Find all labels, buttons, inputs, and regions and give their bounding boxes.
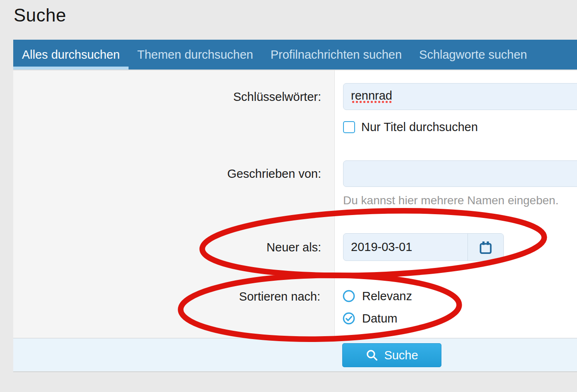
tab-search-everything[interactable]: Alles durchsuchen	[13, 40, 129, 69]
tab-search-threads[interactable]: Themen durchsuchen	[129, 40, 262, 69]
tab-search-profile-posts[interactable]: Profilnachrichten suchen	[262, 40, 410, 69]
form-footer: Suche	[13, 338, 577, 372]
tab-bar: Alles durchsuchen Themen durchsuchen Pro…	[13, 40, 577, 69]
newer-than-value[interactable]: 2019-03-01	[343, 234, 467, 261]
sort-option-relevance-label[interactable]: Relevanz	[362, 289, 412, 303]
newer-than-label: Neuer als:	[13, 240, 321, 255]
keywords-value: rennrad	[351, 90, 392, 104]
search-form: Schlüsselwörter: rennrad Nur Titel durch…	[13, 69, 577, 338]
search-submit-button[interactable]: Suche	[342, 343, 441, 367]
sort-option-date[interactable]	[342, 312, 355, 325]
title-only-label: Nur Titel durchsuchen	[361, 120, 478, 134]
tab-label: Profilnachrichten suchen	[270, 48, 402, 61]
newer-than-input[interactable]: 2019-03-01	[343, 233, 504, 261]
calendar-icon	[478, 240, 493, 255]
author-input[interactable]	[343, 160, 577, 187]
author-hint: Du kannst hier mehrere Namen eingeben.	[343, 194, 558, 207]
sort-option-date-label[interactable]: Datum	[362, 311, 397, 325]
tab-label: Themen durchsuchen	[137, 48, 253, 61]
calendar-button[interactable]	[467, 234, 503, 261]
tab-search-tags[interactable]: Schlagworte suchen	[410, 40, 536, 69]
page-header: Suche	[0, 0, 577, 40]
tab-label: Alles durchsuchen	[22, 48, 120, 61]
search-button-label: Suche	[384, 349, 418, 362]
title-only-checkbox[interactable]	[343, 121, 355, 133]
page-title: Suche	[14, 5, 66, 26]
radio-unchecked-icon[interactable]	[342, 289, 355, 303]
keywords-input[interactable]: rennrad	[343, 83, 577, 110]
sort-option-relevance[interactable]	[342, 289, 355, 303]
keywords-label: Schlüsselwörter:	[13, 89, 321, 104]
magnifier-icon	[365, 349, 379, 362]
radio-checked-icon[interactable]	[342, 312, 355, 325]
author-label: Geschrieben von:	[13, 166, 321, 181]
sort-label: Sortieren nach:	[13, 289, 320, 304]
tab-label: Schlagworte suchen	[419, 48, 527, 61]
